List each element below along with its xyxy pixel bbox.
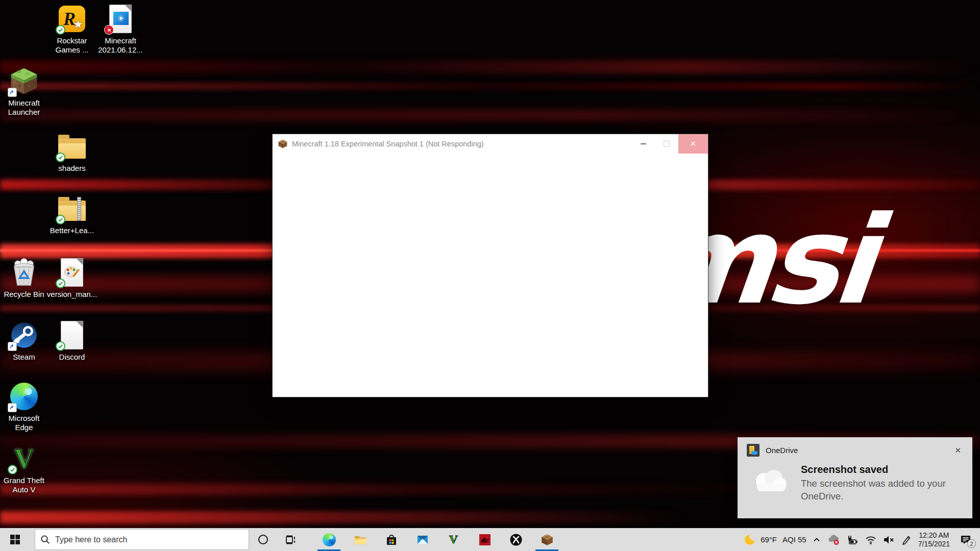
mail-icon [416,533,429,546]
window-content [273,154,708,397]
taskbar-mail-button[interactable] [407,528,438,551]
wallpaper-streak [0,60,980,73]
search-icon [40,535,50,544]
desktop-icon-label: Steam [13,353,35,362]
desktop-icon-label: version_man... [47,290,97,299]
notification-count-badge: 2 [967,539,976,548]
onedrive-cloud-icon [751,468,790,494]
onedrive-synced-icon [56,215,65,224]
gta-v-icon: V [449,533,458,546]
desktop-icon-label: shaders [58,164,85,173]
desktop-icon-rockstar-games[interactable]: R ★ RockstarGames ... [48,4,96,55]
minecraft-crafting-table-icon [278,139,288,149]
desktop-icon-gta-v[interactable]: V Grand TheftAuto V [0,444,48,494]
network-tray-button[interactable] [865,528,877,551]
chevron-up-icon [812,535,821,544]
minecraft-window: Minecraft 1.18 Experimental Snapshot 1 (… [272,134,708,397]
toast-body-line: The screenshot was added to your [801,477,946,490]
taskbar-msi-dragon-button[interactable] [469,528,500,551]
speaker-muted-icon [883,534,895,546]
taskbar-store-button[interactable] [376,528,407,551]
volume-tray-button[interactable] [883,528,895,551]
close-button[interactable]: ✕ [678,134,708,154]
desktop-icon-label: Discord [59,353,85,362]
desktop-icon-steam[interactable]: Steam [0,320,48,362]
toast-body-line: OneDrive. [801,490,946,503]
desktop-icon-label: MinecraftLauncher [8,98,40,117]
desktop-icon-minecraft-snapshot-file[interactable]: Minecraft2021.06.12... [96,4,144,55]
desktop-icon-better-leaves-zip[interactable]: Better+Lea... [48,194,96,235]
taskbar-gta-v-button[interactable]: V [438,528,469,551]
wallpaper-streak [0,83,980,90]
maximize-button[interactable] [655,134,678,154]
onedrive-synced-icon [56,153,65,162]
moon-weather-icon [745,535,755,545]
onedrive-sync-error-icon [104,25,114,35]
desktop-icon-label: RockstarGames ... [55,36,88,55]
onedrive-synced-icon [8,465,17,474]
shortcut-arrow-icon [8,88,17,97]
video-player-icon [113,12,129,25]
edge-icon [323,533,336,546]
desktop-icon-recycle-bin[interactable]: Recycle Bin [0,258,48,299]
cortana-icon [258,535,268,544]
zipper-icon [77,197,81,221]
desktop-icon-label: Minecraft2021.06.12... [98,36,143,55]
onedrive-synced-icon [56,279,65,288]
temperature-text[interactable]: 69°F [761,535,777,544]
windows-logo-icon [10,535,20,544]
desktop-icon-label: Recycle Bin [4,290,44,299]
pen-tray-button[interactable] [900,528,913,551]
shortcut-arrow-icon [8,403,17,412]
pinned-apps: V [313,528,562,551]
msi-dragon-icon [478,533,492,546]
desktop-icon-discord[interactable]: Discord [48,320,96,362]
onedrive-synced-icon [56,341,65,351]
taskbar-xbox-button[interactable] [500,528,531,551]
battery-plug-icon [846,533,859,546]
desktop: msi R ★ RockstarGames ... [0,0,980,551]
shortcut-arrow-icon [8,342,17,351]
start-button[interactable] [0,528,30,551]
onedrive-tray-button[interactable] [827,528,840,551]
search-input[interactable] [55,535,243,544]
paint-palette-icon [63,264,81,281]
desktop-icon-label: MicrosoftEdge [9,414,40,432]
system-tray: 69°F AQI 55 [745,528,980,551]
weather-button[interactable] [745,528,755,551]
recycle-bin-icon [9,258,39,287]
desktop-icon-version-manifest[interactable]: version_man... [48,258,96,299]
taskbar-clock[interactable]: 12:20 AM 7/15/2021 [918,528,950,551]
window-titlebar[interactable]: Minecraft 1.18 Experimental Snapshot 1 (… [273,134,708,154]
xbox-icon [509,533,523,546]
file-explorer-icon [354,533,367,546]
task-view-button[interactable] [277,528,304,551]
desktop-icon-label: Grand TheftAuto V [4,476,44,494]
taskbar-file-explorer-button[interactable] [345,528,376,551]
minimize-button[interactable] [631,134,655,154]
window-title: Minecraft 1.18 Experimental Snapshot 1 (… [292,140,631,148]
desktop-icon-minecraft-launcher[interactable]: MinecraftLauncher [0,66,48,117]
toast-title: Screenshot saved [801,464,946,475]
minecraft-crafting-table-icon [541,533,554,546]
desktop-icon-shaders-folder[interactable]: shaders [48,132,96,173]
toast-app-name: OneDrive [766,446,951,455]
clock-date: 7/15/2021 [918,540,950,548]
taskbar-search[interactable] [35,529,249,550]
onedrive-notification[interactable]: OneDrive ✕ Screenshot saved The screensh… [738,437,972,518]
onedrive-error-cloud-icon [827,533,840,546]
desktop-icon-microsoft-edge[interactable]: MicrosoftEdge [0,382,48,432]
taskbar-edge-button[interactable] [313,528,345,551]
wallpaper-streak [0,110,980,121]
pen-icon [900,534,913,546]
clock-time: 12:20 AM [918,531,950,540]
show-hidden-icons-button[interactable] [812,528,821,551]
onedrive-app-icon [747,444,760,457]
air-quality-text[interactable]: AQI 55 [782,535,806,544]
action-center-button[interactable]: 2 [955,528,976,551]
toast-close-icon[interactable]: ✕ [951,445,964,456]
taskbar-minecraft-button[interactable] [531,528,562,551]
cortana-button[interactable] [249,528,277,551]
power-tray-button[interactable] [846,528,859,551]
wifi-icon [865,534,877,546]
